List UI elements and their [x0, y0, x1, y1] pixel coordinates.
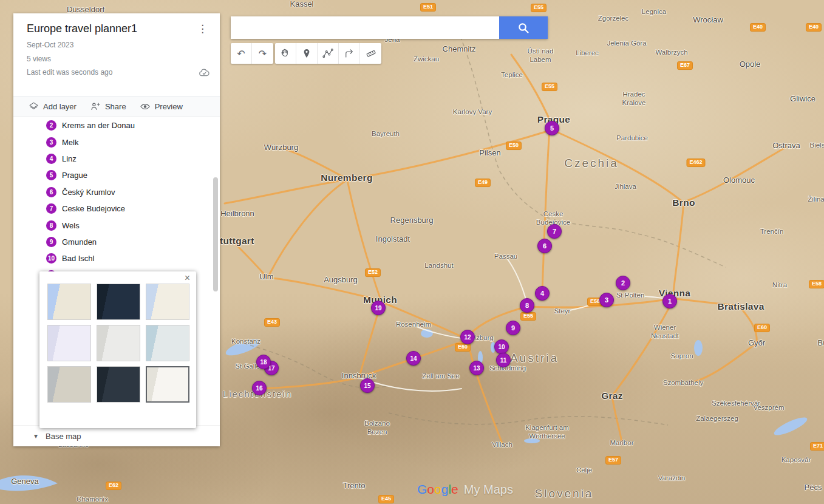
basemap-option-whitewater[interactable] [146, 366, 189, 403]
base-map-row[interactable]: ▾ Base map [13, 425, 220, 446]
marker-pin-icon [301, 48, 312, 59]
place-number-badge: 2 [46, 120, 56, 131]
place-number-badge: 7 [46, 203, 56, 214]
map-marker-1[interactable]: 1 [662, 294, 677, 308]
list-item-4[interactable]: 4Linz [13, 151, 220, 167]
map-marker-13[interactable]: 13 [469, 361, 484, 375]
map-marker-16[interactable]: 16 [252, 381, 267, 395]
kebab-menu-icon: ⋮ [197, 23, 208, 35]
basemap-option-mono-city[interactable] [97, 325, 140, 361]
basemap-option-dark-landmass[interactable] [97, 366, 140, 403]
add-marker-button[interactable] [296, 43, 318, 64]
list-item-7[interactable]: 7Ceske Budejovice [13, 200, 220, 217]
list-item-2[interactable]: 2Krems an der Donau [13, 117, 220, 134]
basemap-option-terrain[interactable] [146, 284, 189, 320]
google-my-maps-logo: Google My Maps [417, 482, 513, 497]
map-marker-19[interactable]: 19 [371, 301, 386, 315]
map-marker-15[interactable]: 15 [360, 378, 375, 393]
close-icon[interactable]: × [181, 273, 194, 284]
measure-button[interactable] [360, 43, 381, 64]
place-number-badge: 5 [46, 170, 56, 180]
pan-tool-button[interactable] [275, 43, 296, 64]
list-item-9[interactable]: 9Gmunden [13, 234, 220, 250]
google-logo-letter: g [441, 482, 449, 496]
map-marker-18[interactable]: 18 [256, 355, 271, 369]
search-icon [517, 22, 529, 34]
map-marker-4[interactable]: 4 [535, 286, 550, 301]
place-label: Gmunden [62, 237, 97, 247]
panel-header: Europe travel planner1 ⋮ Sept-Oct 2023 5… [13, 13, 220, 96]
views-count: 5 views [27, 55, 210, 63]
place-number-badge: 3 [46, 137, 56, 148]
place-label: Bad Ischl [62, 254, 94, 263]
search-input[interactable] [231, 16, 499, 39]
map-marker-2[interactable]: 2 [616, 276, 630, 290]
cloud-saved-icon [199, 67, 210, 77]
place-label: Wels [62, 221, 80, 230]
place-label: Prague [62, 171, 87, 180]
list-item-8[interactable]: 8Wels [13, 217, 220, 233]
place-number-badge: 4 [46, 154, 56, 164]
share-button[interactable]: Share [90, 101, 126, 112]
overflow-menu-button[interactable]: ⋮ [195, 22, 210, 35]
redo-button[interactable]: ↷ [252, 43, 273, 64]
basemap-option-light-political[interactable] [47, 325, 91, 361]
my-maps-label: My Maps [464, 483, 513, 497]
list-item-3[interactable]: 3Melk [13, 134, 220, 150]
eye-icon [140, 101, 151, 112]
undo-redo-group: ↶ ↷ [231, 43, 273, 64]
places-list: 2Krems an der Donau3Melk4Linz5Prague6Čes… [13, 117, 220, 284]
search-button[interactable] [499, 16, 548, 39]
map-marker-8[interactable]: 8 [520, 298, 534, 313]
google-logo-letter: o [427, 482, 434, 496]
list-item-10[interactable]: 10Bad Ischl [13, 250, 220, 267]
basemap-option-satellite[interactable] [97, 284, 140, 320]
place-label: Český Krumlov [62, 188, 115, 197]
draw-toolbar [275, 43, 381, 64]
basemap-option-map-default[interactable] [47, 284, 91, 320]
place-label: Linz [62, 154, 77, 163]
place-number-badge: 9 [46, 237, 56, 247]
add-layer-label: Add layer [43, 102, 77, 111]
map-marker-11[interactable]: 11 [496, 353, 511, 367]
draw-line-icon [322, 48, 333, 59]
map-subtitle: Sept-Oct 2023 [27, 41, 210, 49]
undo-button[interactable]: ↶ [231, 43, 252, 64]
basemap-option-simple-atlas[interactable] [146, 325, 189, 361]
search-bar [231, 16, 548, 39]
preview-label: Preview [155, 102, 183, 111]
layers-icon [29, 101, 39, 112]
map-marker-5[interactable]: 5 [545, 121, 559, 135]
redo-icon: ↷ [259, 48, 267, 60]
map-marker-9[interactable]: 9 [506, 321, 520, 335]
map-marker-14[interactable]: 14 [406, 351, 421, 366]
basemap-collapse-icon: ▾ [34, 432, 38, 440]
share-label: Share [105, 102, 126, 111]
add-directions-button[interactable] [339, 43, 360, 64]
google-logo: Google [417, 482, 458, 497]
map-marker-7[interactable]: 7 [547, 224, 562, 239]
basemap-option-light-landmass[interactable] [47, 366, 91, 403]
map-marker-3[interactable]: 3 [599, 293, 614, 307]
draw-line-button[interactable] [318, 43, 339, 64]
map-marker-6[interactable]: 6 [537, 239, 552, 253]
undo-icon: ↶ [237, 48, 245, 60]
map-marker-12[interactable]: 12 [460, 330, 475, 344]
basemap-picker: × [39, 271, 196, 428]
list-item-5[interactable]: 5Prague [13, 167, 220, 183]
basemap-grid [39, 271, 196, 410]
add-layer-button[interactable]: Add layer [29, 101, 77, 112]
map-marker-10[interactable]: 10 [494, 339, 509, 354]
place-label: Ceske Budejovice [62, 204, 125, 213]
hand-icon [280, 48, 291, 59]
directions-icon [344, 48, 355, 59]
place-label: Krems an der Donau [62, 121, 135, 130]
preview-button[interactable]: Preview [140, 101, 183, 112]
panel-actions: Add layer Share Preview [13, 96, 220, 117]
place-number-badge: 6 [46, 187, 56, 197]
place-label: Melk [62, 138, 78, 147]
last-edit-status: Last edit was seconds ago [27, 68, 112, 77]
list-item-6[interactable]: 6Český Krumlov [13, 184, 220, 200]
base-map-label: Base map [46, 432, 81, 441]
scrollbar-thumb[interactable] [213, 177, 218, 291]
